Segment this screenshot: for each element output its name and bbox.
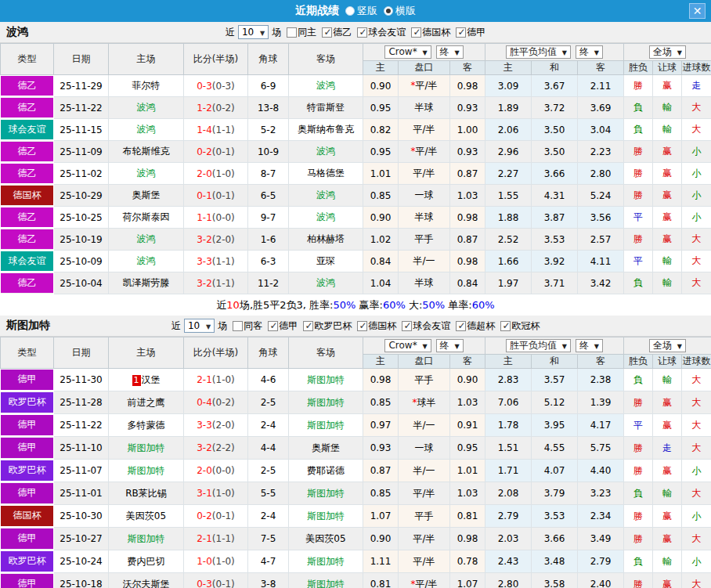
league-label[interactable]: 德甲	[279, 319, 298, 333]
chevron-down-icon: ▼	[422, 343, 427, 350]
final-odds-select[interactable]: 终 ▼	[576, 45, 603, 59]
avg-odds-select[interactable]: 胜平负均值 ▼	[506, 339, 571, 352]
away-odds: 1.00	[450, 119, 485, 141]
league-checkbox[interactable]	[411, 27, 421, 38]
handicap-text: 平手	[415, 374, 434, 385]
league-label[interactable]: 德超杯	[467, 319, 495, 333]
fulltime-score: 1-1	[197, 212, 212, 223]
handicap-cell: 平手	[399, 505, 450, 528]
away-team-name: 奥斯堡	[312, 442, 340, 453]
league-label[interactable]: 德甲	[467, 26, 485, 39]
away-team-cell: 波鸿	[289, 141, 363, 163]
home-team-cell: 沃尔夫斯堡	[109, 573, 184, 588]
league-label[interactable]: 球会友谊	[413, 319, 450, 333]
close-icon[interactable]: ✕	[689, 3, 706, 19]
result-cell: 負	[624, 482, 653, 505]
league-label[interactable]: 德乙	[333, 26, 352, 39]
avg-odds-group: 胜平负均值 ▼终 ▼	[485, 44, 624, 61]
league-type-cell: 德国杯	[1, 185, 54, 207]
handicap-result-cell: 赢	[653, 505, 682, 528]
crow-source-select[interactable]: Crow* ▼	[384, 45, 431, 59]
avg-draw-odds: 3.58	[532, 573, 578, 588]
home-odds: 0.85	[363, 391, 399, 414]
away-team-name: 奥斯纳布鲁克	[298, 124, 354, 135]
same-venue-checkbox[interactable]	[233, 321, 243, 331]
same-venue-label[interactable]: 同主	[298, 26, 316, 39]
handicap-text: 平/半	[415, 80, 437, 91]
same-venue-label[interactable]: 同客	[244, 319, 262, 333]
halftime-score: (1-1)	[212, 256, 235, 267]
league-label[interactable]: 球会友谊	[368, 26, 406, 39]
league-type-cell: 德甲	[1, 528, 54, 550]
match-count-select[interactable]: 10 ▼	[238, 25, 269, 39]
league-label[interactable]: 德国杯	[368, 319, 396, 333]
halftime-score: (0-1)	[212, 510, 235, 521]
layout-vertical-radio[interactable]	[345, 6, 355, 16]
league-badge: 德乙	[1, 164, 53, 183]
avg-away-odds: 3.69	[578, 97, 624, 119]
home-odds: 0.98	[363, 369, 399, 391]
team-filter-row: 斯图加特近10 ▼场 同客德甲欧罗巴杯德国杯球会友谊德超杯欧冠杯	[0, 316, 711, 337]
avg-away-odds: 2.57	[578, 229, 624, 251]
match-date: 25-11-29	[54, 75, 109, 97]
fulltime-select[interactable]: 全场 ▼	[649, 45, 686, 59]
league-label[interactable]: 德国杯	[422, 26, 450, 39]
crow-source-select[interactable]: Crow* ▼	[384, 339, 431, 352]
avg-home-odds: 1.97	[485, 272, 532, 294]
avg-home-odds: 1.71	[485, 460, 532, 482]
away-odds: 1.03	[450, 391, 485, 414]
league-checkbox[interactable]	[357, 27, 367, 38]
match-count-select[interactable]: 10 ▼	[184, 319, 215, 333]
avg-home-odds: 1.55	[485, 185, 532, 207]
score-cell: 0-1(0-1)	[184, 185, 248, 207]
league-checkbox[interactable]	[322, 27, 332, 38]
league-checkbox[interactable]	[357, 321, 367, 331]
chevron-down-icon: ▼	[206, 323, 211, 330]
col-corner: 角球	[248, 44, 289, 75]
fulltime-score: 2-0	[197, 168, 212, 179]
layout-horizontal-label[interactable]: 横版	[395, 4, 416, 18]
avg-away-odds: 2.79	[578, 550, 624, 573]
rank-badge: 1	[132, 375, 141, 386]
home-team-name: 波鸿	[137, 124, 156, 135]
away-team-name: 美因茨05	[305, 533, 345, 544]
final-odds-select[interactable]: 终 ▼	[436, 339, 464, 352]
final-odds-select[interactable]: 终 ▼	[576, 339, 603, 352]
away-team-name: 波鸿	[316, 80, 335, 91]
match-row: 欧罗巴杯25-11-07斯图加特2-0(0-0)2-5费耶诺德0.87半/一1.…	[1, 460, 711, 482]
halftime-score: (1-1)	[212, 278, 235, 289]
chevron-down-icon: ▼	[260, 30, 265, 37]
league-checkbox[interactable]	[303, 321, 313, 331]
handicap-text: 半/一	[413, 255, 435, 266]
final-odds-select[interactable]: 终 ▼	[436, 45, 464, 59]
match-row: 德国杯25-10-30美因茨050-2(0-1)2-4斯图加特1.07平手0.8…	[1, 505, 711, 528]
home-team-name: 布轮斯维克	[123, 146, 170, 157]
league-checkbox[interactable]	[402, 321, 412, 331]
away-team-name: 斯图加特	[307, 420, 345, 431]
league-checkbox[interactable]	[456, 27, 466, 38]
home-team-cell: RB莱比锡	[109, 482, 184, 505]
layout-vertical-label[interactable]: 竖版	[357, 4, 377, 18]
league-label[interactable]: 欧冠杯	[511, 319, 540, 333]
away-team-cell: 斯图加特	[289, 505, 363, 528]
home-team-cell: 波鸿	[109, 97, 184, 119]
league-badge: 球会友谊	[1, 120, 53, 139]
away-odds: 0.90	[450, 369, 485, 391]
league-badge: 德乙	[1, 142, 53, 161]
league-checkbox[interactable]	[500, 321, 511, 331]
corner-count: 4-7	[248, 550, 289, 573]
same-venue-checkbox[interactable]	[287, 27, 297, 38]
league-badge: 德甲	[1, 528, 53, 549]
goals-result-cell: 大	[682, 272, 711, 294]
league-label[interactable]: 欧罗巴杯	[314, 319, 352, 333]
halftime-score: (0-2)	[212, 103, 235, 114]
fulltime-score: 1-2	[197, 103, 212, 114]
league-checkbox[interactable]	[456, 321, 466, 331]
goals-result-cell: 大	[682, 369, 711, 391]
league-checkbox[interactable]	[268, 321, 278, 331]
fulltime-select[interactable]: 全场 ▼	[649, 339, 686, 352]
avg-away-odds: 2.38	[578, 369, 624, 391]
match-date: 25-11-02	[54, 163, 109, 185]
layout-horizontal-radio[interactable]	[384, 6, 393, 16]
avg-odds-select[interactable]: 胜平负均值 ▼	[506, 45, 571, 59]
